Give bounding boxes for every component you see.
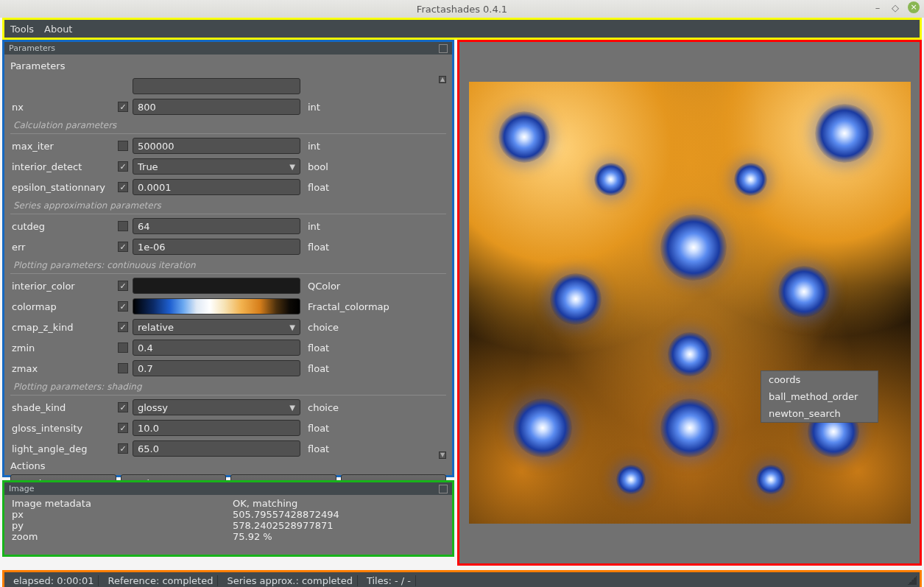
dock-float-icon[interactable] (439, 44, 448, 53)
param-input-max-iter[interactable]: 500000 (133, 138, 300, 154)
meta-px-label: px (12, 509, 233, 520)
param-row-cutdeg: cutdeg 64 int (10, 216, 446, 236)
param-input-err[interactable]: 1e-06 (133, 239, 300, 255)
param-row-blank (10, 76, 446, 96)
image-dock-label: Image (9, 484, 34, 493)
param-input-zmax[interactable]: 0.7 (133, 360, 300, 376)
meta-zoom: 75.92 % (233, 531, 272, 542)
statusbar-highlight: elapsed: 0:00:01 Reference: completed Se… (2, 570, 922, 587)
param-checkbox[interactable]: ✓ (118, 102, 128, 112)
context-menu-coords[interactable]: coords (761, 371, 878, 388)
status-reference: Reference: completed (103, 575, 218, 586)
param-checkbox[interactable] (118, 363, 128, 373)
minimize-icon[interactable]: – (872, 2, 883, 13)
param-label: colormap (10, 301, 113, 312)
context-menu: coords ball_method_order newton_search (761, 370, 878, 423)
resize-grip-icon[interactable] (908, 576, 917, 585)
status-tiles: Tiles: - / - (362, 575, 416, 586)
param-input-epsilon[interactable]: 0.0001 (133, 179, 300, 195)
param-label: zmin (10, 342, 113, 354)
chevron-down-icon: ▼ (289, 163, 295, 171)
param-type: int (305, 221, 393, 232)
image-dock-title[interactable]: Image (4, 482, 452, 495)
menubar: Tools About (4, 20, 920, 38)
param-row-cmap-z-kind: cmap_z_kind ✓ relative▼ choice (10, 317, 446, 337)
param-checkbox[interactable]: ✓ (118, 402, 128, 412)
param-label: cutdeg (10, 221, 113, 232)
param-checkbox[interactable]: ✓ (118, 301, 128, 312)
param-type: float (305, 443, 393, 454)
menubar-highlight: Tools About (2, 18, 922, 40)
fractal-viewport[interactable]: coords ball_method_order newton_search (457, 40, 922, 566)
window-title: Fractashades 0.4.1 (417, 4, 507, 15)
fractal-image[interactable] (469, 82, 911, 524)
param-checkbox[interactable]: ✓ (118, 242, 128, 252)
param-input-zmin[interactable]: 0.4 (133, 340, 300, 356)
context-menu-ball-method[interactable]: ball_method_order (761, 388, 878, 405)
param-row-epsilon: epsilon_stationnary ✓ 0.0001 float (10, 177, 446, 197)
param-row-zmax: zmax 0.7 float (10, 358, 446, 379)
param-label: shade_kind (10, 402, 113, 413)
group-plot-sh: Plotting parameters: shading (10, 379, 446, 396)
param-row-interior-color: interior_color ✓ QColor (10, 275, 446, 296)
param-colormap[interactable] (133, 298, 300, 314)
parameters-heading: Parameters (10, 57, 446, 76)
param-checkbox[interactable]: ✓ (118, 281, 128, 291)
param-checkbox[interactable] (118, 141, 128, 151)
param-type: Fractal_colormap (305, 301, 393, 312)
param-blank-field[interactable] (133, 78, 300, 94)
param-row-max-iter: max_iter 500000 int (10, 136, 446, 156)
status-series: Series approx.: completed (222, 575, 358, 586)
param-checkbox[interactable]: ✓ (118, 182, 128, 192)
param-label: zmax (10, 363, 113, 374)
param-row-light-angle: light_angle_deg ✓ 65.0 float (10, 438, 446, 459)
group-series: Series approximation parameters (10, 197, 446, 214)
menu-about[interactable]: About (44, 24, 72, 35)
param-select-interior-detect[interactable]: True▼ (133, 158, 300, 175)
maximize-icon[interactable]: ◇ (890, 2, 900, 13)
group-plot-ci: Plotting parameters: continuous iteratio… (10, 257, 446, 274)
main-area: Parameters Parameters ▲ ▼ nx (0, 40, 924, 569)
param-input-cutdeg[interactable]: 64 (133, 218, 300, 234)
param-input-nx[interactable]: 800 (133, 99, 300, 115)
param-type: bool (305, 161, 393, 172)
param-type: float (305, 423, 393, 434)
param-input-light-angle[interactable]: 65.0 (133, 440, 300, 457)
scroll-up-icon[interactable]: ▲ (439, 76, 446, 83)
param-checkbox[interactable] (118, 342, 128, 353)
meta-py: 578.2402528977871 (233, 520, 333, 531)
close-icon[interactable]: × (908, 1, 920, 13)
parameters-panel: Parameters Parameters ▲ ▼ nx (2, 40, 454, 477)
param-type: choice (305, 322, 393, 333)
param-checkbox[interactable]: ✓ (118, 423, 128, 433)
context-menu-newton[interactable]: newton_search (761, 405, 878, 422)
param-label: light_angle_deg (10, 443, 113, 454)
param-input-gloss[interactable]: 10.0 (133, 420, 300, 436)
dock-float-icon[interactable] (439, 485, 448, 493)
meta-label: Image metadata (12, 498, 233, 509)
param-checkbox[interactable]: ✓ (118, 161, 128, 172)
param-row-nx: nx ✓ 800 int (10, 96, 446, 117)
menu-tools[interactable]: Tools (10, 24, 34, 35)
param-label: interior_color (10, 281, 113, 292)
parameters-dock-label: Parameters (9, 43, 55, 53)
image-metadata: Image metadataOK, matching px505.7955742… (4, 495, 452, 545)
parameters-dock-title[interactable]: Parameters (4, 42, 452, 55)
param-row-shade-kind: shade_kind ✓ glossy▼ choice (10, 397, 446, 418)
parameters-rows: ▲ ▼ nx ✓ 800 int Calculation paramet (10, 76, 446, 459)
param-select-cmap-z-kind[interactable]: relative▼ (133, 319, 300, 335)
param-label: max_iter (10, 141, 113, 152)
param-type: float (305, 363, 393, 374)
scroll-down-icon[interactable]: ▼ (439, 451, 446, 459)
param-type: QColor (305, 281, 393, 292)
meta-zoom-label: zoom (12, 531, 233, 542)
param-row-interior-detect: interior_detect ✓ True▼ bool (10, 156, 446, 177)
param-checkbox[interactable]: ✓ (118, 443, 128, 454)
param-row-zmin: zmin 0.4 float (10, 337, 446, 358)
param-checkbox[interactable]: ✓ (118, 322, 128, 332)
param-color-interior[interactable] (133, 278, 300, 294)
param-select-shade-kind[interactable]: glossy▼ (133, 399, 300, 415)
param-checkbox[interactable] (118, 221, 128, 231)
meta-py-label: py (12, 520, 233, 531)
chevron-down-icon: ▼ (289, 323, 295, 331)
